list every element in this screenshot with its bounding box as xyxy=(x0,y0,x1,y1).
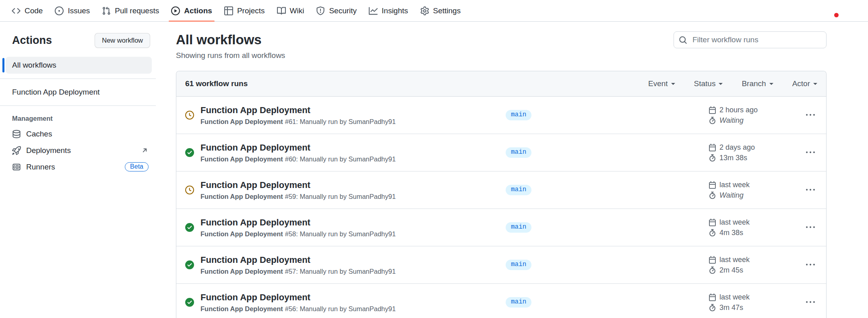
all-workflows-label: All workflows xyxy=(12,61,56,70)
workflow-runs-count: 61 workflow runs xyxy=(185,79,248,88)
branch-filter-dropdown[interactable]: Branch xyxy=(742,79,773,88)
stopwatch-icon xyxy=(709,154,716,162)
run-duration: 4m 38s xyxy=(719,227,743,238)
workflow-run-row: Function App Deployment Function App Dep… xyxy=(176,246,826,284)
run-time: last week xyxy=(719,217,750,227)
run-title-link[interactable]: Function App Deployment xyxy=(200,105,506,116)
workflow-run-row: Function App Deployment Function App Dep… xyxy=(176,171,826,209)
kebab-menu-button[interactable] xyxy=(804,146,817,159)
run-subtitle: Function App Deployment#56: Manually run… xyxy=(200,305,506,313)
run-duration: Waiting xyxy=(719,115,744,126)
arrow-up-right-icon xyxy=(141,147,149,154)
workflow-run-row: Function App Deployment Function App Dep… xyxy=(176,284,826,318)
workflow-runs-main: All workflows Showing runs from all work… xyxy=(156,22,868,318)
calendar-icon xyxy=(709,219,716,226)
run-duration: Waiting xyxy=(719,190,744,200)
filter-workflow-runs-input[interactable] xyxy=(692,35,821,45)
check-circle-success-icon xyxy=(185,260,200,269)
deployments-label: Deployments xyxy=(26,146,71,155)
caret-down-icon xyxy=(813,83,817,87)
database-icon xyxy=(12,130,21,138)
workflow-run-row: Function App Deployment Function App Dep… xyxy=(176,209,826,246)
calendar-icon xyxy=(709,256,716,264)
runners-label: Runners xyxy=(26,163,55,171)
issue-opened-icon xyxy=(55,6,64,15)
branch-badge[interactable]: main xyxy=(506,147,531,158)
run-time: 2 hours ago xyxy=(719,105,758,115)
repo-tab-bar: Code Issues Pull requests Actions Projec… xyxy=(0,0,868,22)
status-filter-dropdown[interactable]: Status xyxy=(694,79,723,88)
stopwatch-icon xyxy=(709,117,716,124)
tab-label: Projects xyxy=(237,6,265,15)
tab-actions[interactable]: Actions xyxy=(165,0,218,21)
run-workflow-name: Function App Deployment xyxy=(200,268,283,275)
tab-settings[interactable]: Settings xyxy=(414,0,467,21)
run-subtitle: Function App Deployment#60: Manually run… xyxy=(200,155,506,163)
calendar-icon xyxy=(709,106,716,114)
run-workflow-name: Function App Deployment xyxy=(200,230,283,237)
run-duration: 2m 45s xyxy=(719,265,743,275)
run-detail: #61: Manually run by SumanPadhy91 xyxy=(285,118,396,125)
caret-down-icon xyxy=(769,83,773,87)
run-detail: #60: Manually run by SumanPadhy91 xyxy=(285,155,396,163)
tab-code[interactable]: Code xyxy=(6,0,49,21)
sidebar-item-all-workflows[interactable]: All workflows xyxy=(6,57,152,74)
calendar-icon xyxy=(709,181,716,189)
page-title: All workflows xyxy=(176,32,285,47)
tab-security[interactable]: Security xyxy=(310,0,363,21)
run-title-link[interactable]: Function App Deployment xyxy=(200,180,506,190)
branch-badge[interactable]: main xyxy=(506,222,531,233)
tab-projects[interactable]: Projects xyxy=(218,0,271,21)
workflow-runs-table: 61 workflow runs Event Status Branch xyxy=(176,71,827,318)
kebab-menu-button[interactable] xyxy=(804,183,817,197)
run-time: 2 days ago xyxy=(719,142,755,153)
run-workflow-name: Function App Deployment xyxy=(200,305,283,312)
branch-badge[interactable]: main xyxy=(506,297,531,308)
filter-workflow-runs-box[interactable] xyxy=(674,31,827,48)
stopwatch-icon xyxy=(709,304,716,312)
run-title-link[interactable]: Function App Deployment xyxy=(200,255,506,265)
tab-label: Code xyxy=(25,6,43,15)
actor-filter-dropdown[interactable]: Actor xyxy=(792,79,817,88)
run-subtitle: Function App Deployment#59: Manually run… xyxy=(200,193,506,200)
kebab-menu-button[interactable] xyxy=(804,295,817,309)
sidebar-item-workflow[interactable]: Function App Deployment xyxy=(6,84,152,101)
run-title-link[interactable]: Function App Deployment xyxy=(200,217,506,228)
table-icon xyxy=(224,6,233,15)
page-subtitle: Showing runs from all workflows xyxy=(176,51,285,60)
run-title-link[interactable]: Function App Deployment xyxy=(200,142,506,153)
tab-label: Issues xyxy=(68,6,90,15)
actions-sidebar: Actions New workflow All workflows Funct… xyxy=(0,22,156,318)
gear-icon xyxy=(420,6,429,15)
run-detail: #56: Manually run by SumanPadhy91 xyxy=(285,305,396,312)
filter-label: Actor xyxy=(792,79,810,88)
tab-insights[interactable]: Insights xyxy=(363,0,414,21)
branch-badge[interactable]: main xyxy=(506,185,531,195)
event-filter-dropdown[interactable]: Event xyxy=(648,79,675,88)
stopwatch-icon xyxy=(709,192,716,199)
workflow-label: Function App Deployment xyxy=(12,88,100,97)
sidebar-item-deployments[interactable]: Deployments xyxy=(0,142,156,159)
run-title-link[interactable]: Function App Deployment xyxy=(200,292,506,303)
tab-wiki[interactable]: Wiki xyxy=(271,0,310,21)
branch-badge[interactable]: main xyxy=(506,260,531,270)
kebab-menu-button[interactable] xyxy=(804,221,817,234)
sidebar-item-caches[interactable]: Caches xyxy=(0,126,156,142)
filter-label: Branch xyxy=(742,79,766,88)
tab-issues[interactable]: Issues xyxy=(49,0,96,21)
run-detail: #58: Manually run by SumanPadhy91 xyxy=(285,230,396,237)
management-section-label: Management xyxy=(0,111,156,126)
kebab-menu-button[interactable] xyxy=(804,108,817,122)
sidebar-item-runners[interactable]: Runners Beta xyxy=(0,159,156,175)
stopwatch-icon xyxy=(709,266,716,274)
new-workflow-button[interactable]: New workflow xyxy=(95,33,150,48)
run-subtitle: Function App Deployment#61: Manually run… xyxy=(200,118,506,126)
tab-pull-requests[interactable]: Pull requests xyxy=(96,0,165,21)
branch-badge[interactable]: main xyxy=(506,110,531,120)
kebab-menu-button[interactable] xyxy=(804,258,817,272)
beta-badge: Beta xyxy=(125,162,149,171)
tab-label: Pull requests xyxy=(115,6,159,15)
check-circle-success-icon xyxy=(185,148,200,157)
clock-pending-icon xyxy=(185,186,200,194)
play-icon xyxy=(171,6,180,15)
